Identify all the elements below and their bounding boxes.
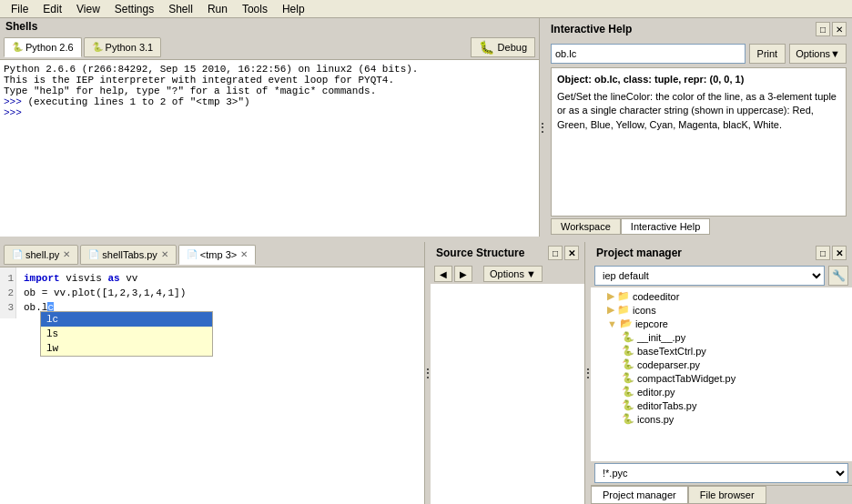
source-toolbar: ◀ ▶ Options ▼ [431,264,584,284]
line-numbers: 1 2 3 [0,267,16,318]
folder-icons-expand-icon: ▶ [607,304,614,316]
tree-item-iepcore[interactable]: ▼ 📂 iepcore [593,317,850,330]
tree-item-basetextctrl[interactable]: 🐍 baseTextCtrl.py [593,344,850,358]
project-close-btn[interactable]: ✕ [832,246,847,260]
help-search-bar: Print Options ▼ [545,40,852,67]
tree-label-codeeditor: codeeditor [633,291,679,302]
editor-tab-shell-label: shell.py [25,249,59,260]
shelltabs-py-icon: 📄 [88,249,99,259]
editor-tab-tmp3-close[interactable]: ✕ [240,249,248,259]
py-codeparser-icon: 🐍 [622,358,634,370]
code-line-2: ob = vv.plot([1,2,3,1,4,1]) [24,286,421,300]
help-content-area: Object: ob.lc, class: tuple, repr: (0, 0… [551,67,847,217]
source-next-btn[interactable]: ▶ [454,266,472,282]
help-options-button[interactable]: Options ▼ [789,44,847,64]
help-controls: □ ✕ [816,22,847,36]
menu-edit[interactable]: Edit [36,3,69,15]
source-title: Source Structure [436,247,524,259]
help-tab-interactive[interactable]: Interactive Help [621,218,710,235]
py-init-icon: 🐍 [622,331,634,343]
project-bottom-tabs: Project manager File browser [591,485,852,504]
py-basetextctrl-icon: 🐍 [622,345,634,357]
editor-tab-shell-close[interactable]: ✕ [63,249,70,259]
help-description: Get/Set the lineColor: the color of the … [557,90,840,132]
bottom-row: 📄 shell.py ✕ 📄 shellTabs.py ✕ 📄 <tmp 3> … [0,242,852,504]
help-print-button[interactable]: Print [749,44,786,64]
tree-item-compacttab[interactable]: 🐍 compactTabWidget.py [593,371,850,385]
project-filter: !*.pyc [591,461,852,485]
help-float-button[interactable]: □ [816,22,830,36]
proj-tab-browser[interactable]: File browser [688,486,766,504]
source-close-btn[interactable]: ✕ [564,246,579,260]
debug-icon: 🐛 [479,40,494,55]
autocomplete-item-lc[interactable]: lc [41,312,212,327]
autocomplete-item-lw[interactable]: lw [41,341,212,356]
tree-item-codeeditor[interactable]: ▶ 📁 codeeditor [593,289,850,303]
tree-item-init[interactable]: 🐍 __init__.py [593,330,850,344]
project-panel: Project manager □ ✕ iep default 🔧 ▶ 📁 co… [591,242,852,504]
editor-content[interactable]: 1 2 3 import visvis as vv ob = vv.plot([… [0,267,424,504]
source-options-arrow: ▼ [526,268,536,279]
top-row: Shells 🐍 Python 2.6 🐍 Python 3.1 🐛 Debug… [0,18,852,237]
autocomplete-item-ls[interactable]: ls [41,327,212,341]
menu-run[interactable]: Run [200,3,235,15]
editor-tab-shelltabs-close[interactable]: ✕ [161,249,168,259]
help-options-label: Options [796,48,830,59]
tree-item-icons[interactable]: ▶ 📁 icons [593,303,850,317]
project-float-btn[interactable]: □ [816,246,830,260]
menu-file[interactable]: File [4,3,36,15]
folder-codeeditor-icon: 📁 [617,290,630,302]
shell-line-3: Type "help" for help, type "?" for a lis… [4,86,535,96]
editor-tab-tmp3-label: <tmp 3> [200,249,237,260]
menu-settings[interactable]: Settings [107,3,161,15]
menu-view[interactable]: View [69,3,107,15]
tree-item-editortabs[interactable]: 🐍 editorTabs.py [593,398,850,412]
source-options-btn[interactable]: Options ▼ [483,266,543,282]
shell-py-icon: 📄 [12,249,23,259]
project-settings-button[interactable]: 🔧 [828,266,848,286]
proj-tab-manager[interactable]: Project manager [591,486,688,504]
folder-iepcore-icon: 📂 [620,318,633,329]
help-tab-workspace[interactable]: Workspace [551,218,621,235]
tree-label-basetextctrl: baseTextCtrl.py [637,346,706,357]
tree-item-editor[interactable]: 🐍 editor.py [593,385,850,398]
shell-line-2: This is the IEP interpreter with integra… [4,75,535,86]
source-prev-btn[interactable]: ◀ [434,266,452,282]
py-editortabs-icon: 🐍 [622,399,634,411]
shell-line-5: >>> [4,107,535,118]
source-float-btn[interactable]: □ [548,246,563,260]
tree-label-iepcore: iepcore [635,318,668,329]
help-header: Interactive Help □ ✕ [545,18,852,40]
help-search-input[interactable] [551,44,746,64]
tree-item-icons-py[interactable]: 🐍 icons.py [593,412,850,426]
editor-tab-tmp3[interactable]: 📄 <tmp 3> ✕ [178,245,256,265]
tree-label-init: __init__.py [637,332,685,343]
help-close-button[interactable]: ✕ [832,22,847,36]
debug-button[interactable]: 🐛 Debug [471,37,535,57]
main-container: Shells 🐍 Python 2.6 🐍 Python 3.1 🐛 Debug… [0,18,852,504]
shell-tab-python31-label: Python 3.1 [106,42,154,53]
editor-tab-shell[interactable]: 📄 shell.py ✕ [4,245,78,265]
editor-tab-shelltabs[interactable]: 📄 shellTabs.py ✕ [80,245,177,265]
menu-tools[interactable]: Tools [235,3,275,15]
shell-line-4: >>> (executing lines 1 to 2 of "<tmp 3>"… [4,96,535,107]
code-line-1: import visvis as vv [24,271,421,286]
shell-panel: Shells 🐍 Python 2.6 🐍 Python 3.1 🐛 Debug… [0,18,540,237]
source-content [431,284,584,504]
source-panel: Source Structure □ ✕ ◀ ▶ Options ▼ [431,242,585,504]
tree-label-codeparser: codeparser.py [637,359,700,370]
project-selector[interactable]: iep default [594,266,825,286]
tree-label-icons-py: icons.py [637,414,674,425]
project-toolbar: iep default 🔧 [591,264,852,287]
editor-panel: 📄 shell.py ✕ 📄 shellTabs.py ✕ 📄 <tmp 3> … [0,242,425,504]
menu-help[interactable]: Help [275,3,312,15]
shell-tab-python26[interactable]: 🐍 Python 2.6 [4,37,82,57]
source-header: Source Structure □ ✕ [431,242,584,264]
help-title: Interactive Help [551,23,632,35]
tree-item-codeparser[interactable]: 🐍 codeparser.py [593,358,850,371]
shell-tab-python31[interactable]: 🐍 Python 3.1 [84,37,162,57]
py-editor-icon: 🐍 [622,386,634,398]
menu-shell[interactable]: Shell [161,3,200,15]
source-header-controls: □ ✕ [548,246,579,260]
filter-selector[interactable]: !*.pyc [594,463,848,483]
